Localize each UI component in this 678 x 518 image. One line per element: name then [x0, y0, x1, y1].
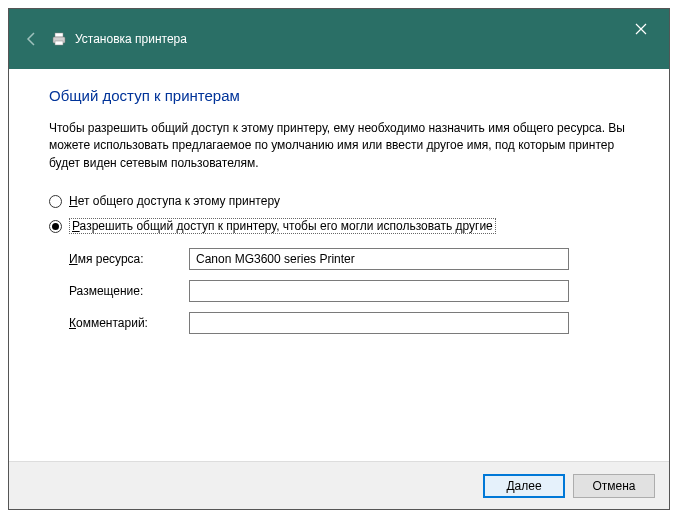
printer-wizard-window: Установка принтера Общий доступ к принте… — [8, 8, 670, 510]
next-button[interactable]: Далее — [483, 474, 565, 498]
svg-rect-0 — [55, 33, 63, 37]
radio-no-share-input[interactable] — [49, 195, 62, 208]
close-button[interactable] — [621, 15, 661, 43]
radio-share-input[interactable] — [49, 220, 62, 233]
input-resource-name[interactable] — [189, 248, 569, 270]
radio-no-share-label: Нет общего доступа к этому принтеру — [69, 194, 280, 208]
printer-icon — [51, 31, 67, 47]
share-form: Имя ресурса: Размещение: Комментарий: — [49, 248, 629, 334]
page-heading: Общий доступ к принтерам — [49, 87, 629, 104]
label-comment: Комментарий: — [69, 316, 189, 330]
row-comment: Комментарий: — [69, 312, 629, 334]
radio-share[interactable]: Разрешить общий доступ к принтеру, чтобы… — [49, 218, 629, 234]
radio-share-label: Разрешить общий доступ к принтеру, чтобы… — [69, 218, 496, 234]
back-button[interactable] — [23, 30, 41, 48]
svg-rect-2 — [55, 41, 63, 45]
content-area: Общий доступ к принтерам Чтобы разрешить… — [9, 69, 669, 461]
titlebar-title: Установка принтера — [75, 32, 187, 46]
input-location[interactable] — [189, 280, 569, 302]
radio-no-share[interactable]: Нет общего доступа к этому принтеру — [49, 194, 629, 208]
description-text: Чтобы разрешить общий доступ к этому при… — [49, 120, 629, 172]
row-location: Размещение: — [69, 280, 629, 302]
row-resource-name: Имя ресурса: — [69, 248, 629, 270]
cancel-button[interactable]: Отмена — [573, 474, 655, 498]
label-resource-name: Имя ресурса: — [69, 252, 189, 266]
footer: Далее Отмена — [9, 461, 669, 509]
label-location: Размещение: — [69, 284, 189, 298]
titlebar: Установка принтера — [9, 9, 669, 69]
input-comment[interactable] — [189, 312, 569, 334]
